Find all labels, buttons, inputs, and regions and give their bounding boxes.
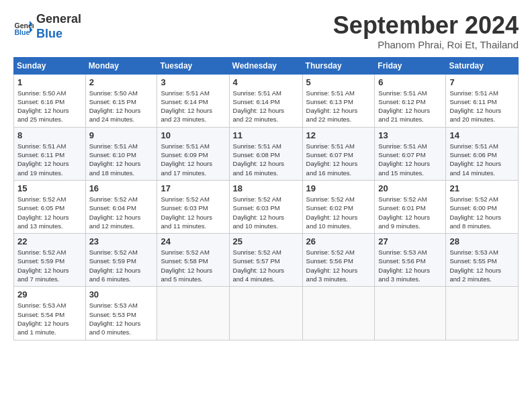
day-number: 27	[378, 236, 442, 246]
calendar-cell: 4Sunrise: 5:51 AM Sunset: 6:14 PM Daylig…	[229, 74, 302, 127]
calendar-cell	[229, 287, 302, 340]
calendar-cell: 24Sunrise: 5:52 AM Sunset: 5:58 PM Dayli…	[157, 234, 229, 287]
day-info: Sunrise: 5:51 AM Sunset: 6:14 PM Dayligh…	[233, 89, 299, 124]
day-number: 26	[306, 236, 371, 246]
day-number: 5	[306, 77, 371, 87]
day-info: Sunrise: 5:51 AM Sunset: 6:10 PM Dayligh…	[89, 142, 154, 177]
day-info: Sunrise: 5:52 AM Sunset: 6:03 PM Dayligh…	[161, 195, 225, 230]
day-number: 19	[306, 183, 371, 193]
week-row-2: 8Sunrise: 5:51 AM Sunset: 6:11 PM Daylig…	[14, 127, 519, 180]
calendar-cell: 2Sunrise: 5:50 AM Sunset: 6:15 PM Daylig…	[85, 74, 157, 127]
day-info: Sunrise: 5:52 AM Sunset: 5:59 PM Dayligh…	[89, 248, 154, 283]
day-info: Sunrise: 5:51 AM Sunset: 6:12 PM Dayligh…	[378, 89, 442, 124]
calendar-cell: 7Sunrise: 5:51 AM Sunset: 6:11 PM Daylig…	[446, 74, 519, 127]
day-number: 11	[233, 130, 299, 140]
day-number: 25	[233, 236, 299, 246]
day-number: 15	[17, 183, 82, 193]
day-info: Sunrise: 5:52 AM Sunset: 5:56 PM Dayligh…	[306, 248, 371, 283]
day-number: 14	[449, 130, 515, 140]
location: Phanom Phrai, Roi Et, Thailand	[333, 39, 519, 50]
calendar-cell: 25Sunrise: 5:52 AM Sunset: 5:57 PM Dayli…	[229, 234, 302, 287]
day-info: Sunrise: 5:53 AM Sunset: 5:55 PM Dayligh…	[449, 248, 515, 283]
calendar-cell: 5Sunrise: 5:51 AM Sunset: 6:13 PM Daylig…	[302, 74, 375, 127]
day-number: 13	[378, 130, 442, 140]
logo-icon: General Blue	[13, 17, 34, 37]
logo: General Blue General Blue	[13, 12, 81, 41]
day-info: Sunrise: 5:52 AM Sunset: 6:03 PM Dayligh…	[233, 195, 299, 230]
day-info: Sunrise: 5:50 AM Sunset: 6:16 PM Dayligh…	[17, 89, 82, 124]
logo-general: General	[36, 12, 81, 26]
calendar-cell: 19Sunrise: 5:52 AM Sunset: 6:02 PM Dayli…	[302, 180, 375, 233]
day-number: 22	[17, 236, 82, 246]
day-number: 12	[306, 130, 371, 140]
calendar-cell: 29Sunrise: 5:53 AM Sunset: 5:54 PM Dayli…	[14, 287, 86, 340]
day-number: 21	[449, 183, 515, 193]
day-number: 16	[89, 183, 154, 193]
week-row-5: 29Sunrise: 5:53 AM Sunset: 5:54 PM Dayli…	[14, 287, 519, 340]
day-info: Sunrise: 5:52 AM Sunset: 6:01 PM Dayligh…	[378, 195, 442, 230]
day-number: 7	[449, 77, 515, 87]
day-info: Sunrise: 5:53 AM Sunset: 5:56 PM Dayligh…	[378, 248, 442, 283]
day-info: Sunrise: 5:53 AM Sunset: 5:53 PM Dayligh…	[89, 301, 154, 336]
day-info: Sunrise: 5:51 AM Sunset: 6:08 PM Dayligh…	[233, 142, 299, 177]
day-info: Sunrise: 5:52 AM Sunset: 5:59 PM Dayligh…	[17, 248, 82, 283]
day-number: 6	[378, 77, 442, 87]
day-info: Sunrise: 5:52 AM Sunset: 5:57 PM Dayligh…	[233, 248, 299, 283]
day-info: Sunrise: 5:51 AM Sunset: 6:11 PM Dayligh…	[449, 89, 515, 124]
day-info: Sunrise: 5:51 AM Sunset: 6:11 PM Dayligh…	[17, 142, 82, 177]
calendar-cell: 12Sunrise: 5:51 AM Sunset: 6:07 PM Dayli…	[302, 127, 375, 180]
calendar-cell: 14Sunrise: 5:51 AM Sunset: 6:06 PM Dayli…	[446, 127, 519, 180]
day-number: 8	[17, 130, 82, 140]
day-number: 9	[89, 130, 154, 140]
calendar-cell: 22Sunrise: 5:52 AM Sunset: 5:59 PM Dayli…	[14, 234, 86, 287]
weekday-tuesday: Tuesday	[157, 57, 229, 74]
day-number: 23	[89, 236, 154, 246]
day-number: 29	[17, 289, 82, 300]
week-row-3: 15Sunrise: 5:52 AM Sunset: 6:05 PM Dayli…	[14, 180, 519, 233]
week-row-1: 1Sunrise: 5:50 AM Sunset: 6:16 PM Daylig…	[14, 74, 519, 127]
day-info: Sunrise: 5:52 AM Sunset: 6:04 PM Dayligh…	[89, 195, 154, 230]
day-info: Sunrise: 5:52 AM Sunset: 6:00 PM Dayligh…	[449, 195, 515, 230]
calendar-cell: 17Sunrise: 5:52 AM Sunset: 6:03 PM Dayli…	[157, 180, 229, 233]
calendar-cell: 9Sunrise: 5:51 AM Sunset: 6:10 PM Daylig…	[85, 127, 157, 180]
day-info: Sunrise: 5:51 AM Sunset: 6:07 PM Dayligh…	[378, 142, 442, 177]
calendar-cell: 27Sunrise: 5:53 AM Sunset: 5:56 PM Dayli…	[375, 234, 446, 287]
calendar-cell: 3Sunrise: 5:51 AM Sunset: 6:14 PM Daylig…	[157, 74, 229, 127]
day-info: Sunrise: 5:52 AM Sunset: 5:58 PM Dayligh…	[161, 248, 225, 283]
day-info: Sunrise: 5:50 AM Sunset: 6:15 PM Dayligh…	[89, 89, 154, 124]
day-number: 17	[161, 183, 225, 193]
day-number: 24	[161, 236, 225, 246]
calendar-cell	[157, 287, 229, 340]
week-row-4: 22Sunrise: 5:52 AM Sunset: 5:59 PM Dayli…	[14, 234, 519, 287]
calendar-table: SundayMondayTuesdayWednesdayThursdayFrid…	[13, 57, 519, 340]
calendar-cell: 10Sunrise: 5:51 AM Sunset: 6:09 PM Dayli…	[157, 127, 229, 180]
calendar-cell: 30Sunrise: 5:53 AM Sunset: 5:53 PM Dayli…	[85, 287, 157, 340]
page: General Blue General Blue September 2024…	[0, 0, 532, 411]
calendar-cell: 21Sunrise: 5:52 AM Sunset: 6:00 PM Dayli…	[446, 180, 519, 233]
header: General Blue General Blue September 2024…	[13, 12, 519, 50]
calendar-cell: 13Sunrise: 5:51 AM Sunset: 6:07 PM Dayli…	[375, 127, 446, 180]
calendar-cell: 20Sunrise: 5:52 AM Sunset: 6:01 PM Dayli…	[375, 180, 446, 233]
weekday-sunday: Sunday	[14, 57, 86, 74]
day-number: 30	[89, 289, 154, 300]
calendar-cell	[375, 287, 446, 340]
weekday-wednesday: Wednesday	[229, 57, 302, 74]
day-info: Sunrise: 5:51 AM Sunset: 6:06 PM Dayligh…	[449, 142, 515, 177]
day-info: Sunrise: 5:52 AM Sunset: 6:02 PM Dayligh…	[306, 195, 371, 230]
day-info: Sunrise: 5:51 AM Sunset: 6:09 PM Dayligh…	[161, 142, 225, 177]
day-number: 10	[161, 130, 225, 140]
calendar-cell: 1Sunrise: 5:50 AM Sunset: 6:16 PM Daylig…	[14, 74, 86, 127]
logo-text: General Blue	[36, 12, 81, 41]
calendar-cell	[302, 287, 375, 340]
calendar-cell	[446, 287, 519, 340]
weekday-header-row: SundayMondayTuesdayWednesdayThursdayFrid…	[14, 57, 519, 74]
calendar-cell: 16Sunrise: 5:52 AM Sunset: 6:04 PM Dayli…	[85, 180, 157, 233]
calendar-cell: 15Sunrise: 5:52 AM Sunset: 6:05 PM Dayli…	[14, 180, 86, 233]
weekday-monday: Monday	[85, 57, 157, 74]
day-number: 2	[89, 77, 154, 87]
calendar-cell: 6Sunrise: 5:51 AM Sunset: 6:12 PM Daylig…	[375, 74, 446, 127]
day-number: 3	[161, 77, 225, 87]
day-info: Sunrise: 5:51 AM Sunset: 6:07 PM Dayligh…	[306, 142, 371, 177]
day-number: 20	[378, 183, 442, 193]
day-info: Sunrise: 5:51 AM Sunset: 6:14 PM Dayligh…	[161, 89, 225, 124]
